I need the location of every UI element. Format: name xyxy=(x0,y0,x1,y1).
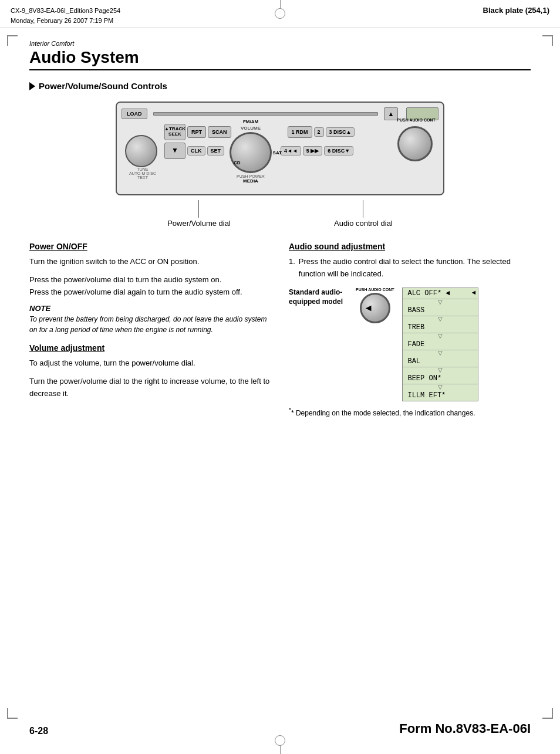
media-label: MEDIA xyxy=(243,178,258,184)
arrow-5: ▽ xyxy=(403,367,478,373)
corner-mark-br xyxy=(542,708,553,719)
left-tune-dial-area: TUNE AUTO-M DISC TEXT xyxy=(125,135,160,170)
tune-dial[interactable] xyxy=(125,135,157,167)
disc6-button[interactable]: 6 DISC▼ xyxy=(324,146,353,155)
section-label: Interior Comfort xyxy=(29,40,531,47)
top-center-mark xyxy=(275,0,285,19)
menu-item-treb[interactable]: TREB xyxy=(403,322,478,333)
audio-menu-dial[interactable]: ◄ xyxy=(360,293,390,323)
footnote: ** Depending on the mode selected, the i… xyxy=(289,406,531,418)
arrow-6: ▽ xyxy=(403,384,478,390)
arrow-4: ▽ xyxy=(403,350,478,356)
note-heading: NOTE xyxy=(29,304,271,313)
volume-label: VOLUME xyxy=(241,126,261,131)
audio-step1: 1. Press the audio control dial to selec… xyxy=(289,256,531,280)
triangle-icon xyxy=(29,82,35,90)
subsection-heading: Power/Volume/Sound Controls xyxy=(29,81,531,91)
cd-label: CD xyxy=(234,160,241,165)
header-line2: Monday, February 26 2007 7:19 PM xyxy=(11,16,120,26)
menu-item-bal[interactable]: BAL xyxy=(403,356,478,367)
main-content: Interior Comfort Audio System Power/Volu… xyxy=(0,28,560,430)
diagram-labels: Power/Volume dial Audio control dial xyxy=(116,200,444,228)
standard-label: Standard audio-equipped model xyxy=(289,288,348,307)
corner-mark-tl xyxy=(7,35,18,46)
load-button[interactable]: LOAD xyxy=(122,109,147,119)
menu-item-bass[interactable]: BASS xyxy=(403,305,478,316)
fmam-label: FM/AM xyxy=(243,119,258,124)
step-number: 1. xyxy=(289,256,295,280)
left-column: Power ON/OFF Turn the ignition switch to… xyxy=(29,242,271,418)
header-left: CX-9_8V83-EA-06I_Edition3 Page254 Monday… xyxy=(11,6,120,25)
volume-heading: Volume adjustment xyxy=(29,343,271,353)
v-button[interactable]: ▼ xyxy=(164,143,185,159)
right-audio-dial-area: PUSH AUDIO CONT xyxy=(397,126,435,164)
right-column: Audio sound adjustment 1. Press the audi… xyxy=(289,242,531,418)
subsection-heading-text: Power/Volume/Sound Controls xyxy=(39,81,167,91)
power-para1: Turn the ignition switch to the ACC or O… xyxy=(29,256,271,268)
arrow-2: ▽ xyxy=(403,316,478,322)
menu-item-fade[interactable]: FADE xyxy=(403,339,478,350)
rpt-button[interactable]: RPT xyxy=(187,126,206,138)
audio-control-dial[interactable] xyxy=(397,126,433,161)
audio-menu-container: Standard audio-equipped model PUSH AUDIO… xyxy=(289,288,531,401)
audio-unit: LOAD ▲ ▲TRACKSEEK RPT SCAN 1 RDM 2 3 DIS… xyxy=(116,102,444,195)
power-para2: Press the power/volume dial to turn the … xyxy=(29,274,271,299)
volume-para2: Turn the power/volume dial to the right … xyxy=(29,376,271,400)
diagram-container: LOAD ▲ ▲TRACKSEEK RPT SCAN 1 RDM 2 3 DIS… xyxy=(29,102,531,228)
right-dial-label: PUSH AUDIO CONT xyxy=(397,118,435,122)
menu-items-list: ALC OFF* ◄ ▽ BASS ▽ TREB ▽ FADE ▽ BAL ▽ … xyxy=(402,288,478,401)
disc5-button[interactable]: 5 ▶▶ xyxy=(303,146,323,155)
dial-label-top: PUSH AUDIO CONT xyxy=(356,288,394,292)
audio-menu-list: ALC OFF* ◄ ▽ BASS ▽ TREB ▽ FADE ▽ BAL ▽ … xyxy=(402,288,478,401)
power-heading: Power ON/OFF xyxy=(29,242,271,251)
menu-item-beep[interactable]: BEEP ON* xyxy=(403,373,478,384)
audio-heading: Audio sound adjustment xyxy=(289,242,531,251)
standard-label-container: Standard audio-equipped model xyxy=(289,288,348,307)
note-text: To prevent the battery from being discha… xyxy=(29,314,271,335)
corner-mark-bl xyxy=(7,708,18,719)
section-title: Audio System xyxy=(29,48,531,70)
menu-item-illm[interactable]: ILLM EFT* xyxy=(403,390,478,401)
eject-button[interactable]: ▲ xyxy=(384,107,398,120)
cd-slot xyxy=(153,112,379,116)
tune-label: TUNE xyxy=(125,167,160,171)
sat-label: SAT xyxy=(273,150,282,155)
arrow-3: ▽ xyxy=(403,333,478,339)
disc2-button[interactable]: 2 xyxy=(314,127,324,137)
volume-para1: To adjust the volume, turn the power/vol… xyxy=(29,357,271,370)
audio-step1-text: Press the audio control dial to select t… xyxy=(299,256,531,280)
page-footer: 6-28 Form No.8V83-EA-06I xyxy=(29,721,531,736)
text-label: TEXT xyxy=(125,175,160,180)
corner-mark-tr xyxy=(542,35,553,46)
arrow-1: ▽ xyxy=(403,299,478,305)
two-column-layout: Power ON/OFF Turn the ignition switch to… xyxy=(29,242,531,418)
clk-button[interactable]: CLK xyxy=(187,146,205,155)
track-seek-button[interactable]: ▲TRACKSEEK xyxy=(164,124,185,140)
menu-item-alc[interactable]: ALC OFF* ◄ xyxy=(403,288,478,299)
auto-m-label: AUTO-M DISC xyxy=(125,171,160,175)
page-number: 6-28 xyxy=(29,726,48,736)
power-volume-dial-label: Power/Volume dial xyxy=(167,200,231,228)
au-top-row: LOAD ▲ xyxy=(122,107,438,120)
bottom-center-mark xyxy=(275,735,285,754)
push-power-label: PUSH POWER xyxy=(237,174,265,178)
rdm-button[interactable]: 1 RDM xyxy=(288,126,312,138)
disc3-button[interactable]: 3 DISC▲ xyxy=(326,127,355,137)
form-number: Form No.8V83-EA-06I xyxy=(399,721,531,736)
audio-control-dial-label: Audio control dial xyxy=(334,200,393,228)
header-right: Black plate (254,1) xyxy=(483,6,549,15)
main-power-dial[interactable]: CD SAT xyxy=(230,132,272,173)
header-line1: CX-9_8V83-EA-06I_Edition3 Page254 xyxy=(11,6,120,16)
center-dial-area: FM/AM VOLUME CD SAT PUSH POWER MEDIA xyxy=(215,119,286,184)
